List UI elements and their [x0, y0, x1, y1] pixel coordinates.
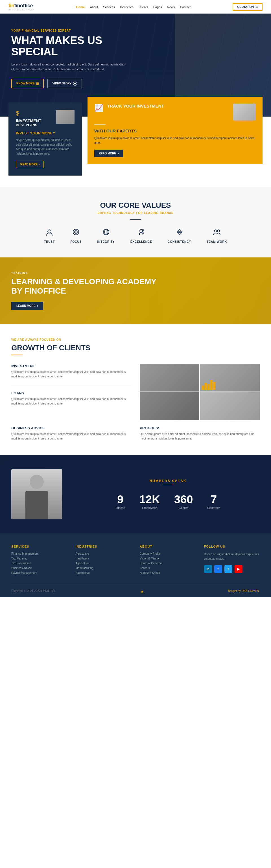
nav-links: Home About Services Industries Clients P… — [76, 4, 190, 9]
nav-services[interactable]: Services — [103, 5, 115, 9]
track-arrow-icon: › — [118, 152, 119, 155]
footer-link-healthcare[interactable]: Healthcare — [76, 557, 131, 560]
hero-desc: Lorem ipsum dolor sit amet, consectetur … — [11, 62, 130, 72]
footer-about: ABOUT Company Profile Vision & Mission B… — [140, 545, 195, 576]
investment-read-more-button[interactable]: READ MORE › — [16, 161, 44, 168]
footer-link-manufacturing[interactable]: Manufacturing — [76, 566, 131, 570]
svg-marker-10 — [177, 230, 182, 234]
footer-link-finance[interactable]: Finance Management — [11, 552, 67, 555]
svg-point-3 — [76, 231, 77, 232]
footer-brand: Bought by OBA.DRIVEN. — [228, 589, 260, 592]
excellence-label: EXCELLENCE — [130, 240, 152, 243]
excellence-icon — [137, 228, 145, 238]
growth-tag: WE ARE ALWAYS FOCUSED ON — [11, 338, 260, 341]
play-icon: ▶ — [73, 82, 77, 86]
footer-link-tax-prep[interactable]: Tax Preparation — [11, 562, 67, 565]
facebook-link[interactable]: f — [214, 565, 222, 573]
footer-industries: INDUSTRIES Aerospace Healthcare Agricult… — [76, 545, 131, 576]
footer-bottom: Copyright © 2021-2022 FINOFFICE ▲ Bought… — [11, 585, 260, 597]
stat-offices-label: Offices — [116, 506, 125, 509]
numbers-content: NUMBERS SPEAK 9 Offices 12K Employees 36… — [70, 469, 260, 519]
nav-clients[interactable]: Clients — [139, 5, 148, 9]
hero-title: WHAT MAKES US SPECIAL — [11, 35, 130, 58]
person-image — [11, 469, 62, 519]
footer-link-vision[interactable]: Vision & Mission — [140, 557, 195, 560]
value-excellence: EXCELLENCE — [130, 228, 152, 243]
training-title: LEARNING & DEVELOPING ACADEMY BY FINOFFI… — [11, 277, 158, 295]
track-card-text: Qui dolore ipsum quia dolor sit amet, co… — [94, 136, 256, 145]
hero-cards: $ INVESTMENT BEST PLANS INVEST YOUR MONE… — [0, 97, 271, 187]
track-title: TRACK YOUR INVESTMENT — [107, 103, 164, 109]
footer-link-careers[interactable]: Careers — [140, 566, 195, 570]
know-more-button[interactable]: KNOW MORE ▩ — [11, 79, 44, 88]
social-links: in f t ▶ — [204, 565, 260, 573]
nav-contact[interactable]: Contact — [180, 5, 190, 9]
trust-icon — [46, 228, 53, 238]
stat-offices-value: 9 — [116, 494, 125, 505]
investment-cta: INVEST YOUR MONEY — [16, 131, 74, 135]
arrow-right-icon: › — [39, 163, 39, 166]
core-values-sub: DRIVING TECHNOLOGY FOR LEADING BRANDS — [11, 211, 260, 215]
nav-industries[interactable]: Industries — [120, 5, 133, 9]
values-grid: TRUST FOCUS INTEGRITY EXCELLENCE — [11, 228, 260, 243]
track-read-more-button[interactable]: READ MORE › — [94, 150, 123, 157]
footer-follow-title: FOLLOW US — [204, 545, 260, 548]
focus-label: FOCUS — [70, 240, 82, 243]
footer-link-board[interactable]: Board of Directors — [140, 562, 195, 565]
training-learn-more-button[interactable]: LEARN MORE › — [11, 302, 43, 310]
growth-item-text-advice: Qui dolore ipsum quia dolor sit amet, co… — [11, 432, 131, 441]
experts-title: WITH OUR EXPERTS — [94, 128, 256, 133]
footer-link-agriculture[interactable]: Agriculture — [76, 562, 131, 565]
hero-tag: YOUR FINANCIAL SERVICES EXPERT — [11, 29, 130, 32]
investment-card-text: Neque porro quisquam est, qui dolore ips… — [16, 138, 74, 156]
footer-follow: FOLLOW US Donec ac augue dictum, dapibus… — [204, 545, 260, 576]
know-more-icon: ▩ — [36, 82, 39, 85]
footer-link-payroll[interactable]: Payroll Management — [11, 571, 67, 575]
footer-services: SERVICES Finance Management Tax Planning… — [11, 545, 67, 576]
logo: finfinoffice BY FINACE COMPANY — [8, 3, 34, 11]
quotation-button[interactable]: QUOTATION ☰ — [233, 3, 263, 11]
core-values-section: OUR CORE VALUES DRIVING TECHNOLOGY FOR L… — [0, 187, 271, 257]
footer-link-profile[interactable]: Company Profile — [140, 552, 195, 555]
nav-pages[interactable]: Pages — [153, 5, 162, 9]
linkedin-link[interactable]: in — [204, 565, 212, 573]
numbers-tag: NUMBERS SPEAK — [76, 479, 260, 483]
investment-card-subtitle: BEST PLANS — [16, 123, 41, 127]
growth-right-col — [140, 364, 260, 420]
footer-industries-title: INDUSTRIES — [76, 545, 131, 548]
footer-link-numbers[interactable]: Numbers Speak — [140, 571, 195, 575]
growth-section: WE ARE ALWAYS FOCUSED ON GROWTH OF CLIEN… — [0, 324, 271, 455]
growth-item-text-loans: Qui dolore ipsum quia dolor sit amet, co… — [11, 397, 131, 406]
value-focus: FOCUS — [70, 228, 82, 243]
growth-item-investment: INVESTMENT Qui dolore ipsum quia dolor s… — [11, 364, 131, 379]
footer-link-tax-planning[interactable]: Tax Planning — [11, 557, 67, 560]
footer-link-business-advice[interactable]: Business Advice — [11, 566, 67, 570]
numbers-section: NUMBERS SPEAK 9 Offices 12K Employees 36… — [0, 455, 271, 533]
youtube-link[interactable]: ▶ — [235, 565, 242, 573]
twitter-link[interactable]: t — [224, 565, 232, 573]
video-story-button[interactable]: VIDEO STORY ▶ — [47, 79, 82, 88]
footer-services-title: SERVICES — [11, 545, 67, 548]
growth-item-text-progress: Qui dolore ipsum quia dolor sit amet, co… — [140, 432, 260, 441]
stat-countries-value: 7 — [207, 494, 220, 505]
footer-link-automotive[interactable]: Automotive — [76, 571, 131, 575]
training-content: TRAINING LEARNING & DEVELOPING ACADEMY B… — [0, 257, 271, 324]
stat-employees: 12K Employees — [139, 494, 160, 509]
nav-about[interactable]: About — [90, 5, 98, 9]
trust-label: TRUST — [44, 240, 55, 243]
footer-services-links: Finance Management Tax Planning Tax Prep… — [11, 552, 67, 575]
hero-content: YOUR FINANCIAL SERVICES EXPERT WHAT MAKE… — [11, 29, 130, 88]
stat-countries-label: Countries — [207, 506, 220, 509]
consistency-icon — [176, 228, 183, 238]
footer-follow-text: Donec ac augue dictum, dapibus turpis qu… — [204, 552, 260, 561]
stat-clients-value: 360 — [174, 494, 193, 505]
footer-link-aerospace[interactable]: Aerospace — [76, 552, 131, 555]
growth-item-progress: PROGRESS Qui dolore ipsum quia dolor sit… — [140, 426, 260, 441]
nav-home[interactable]: Home — [76, 5, 85, 9]
footer: SERVICES Finance Management Tax Planning… — [0, 533, 271, 597]
nav-news[interactable]: News — [167, 5, 175, 9]
stat-clients-label: Clients — [174, 506, 193, 509]
growth-left-col: INVESTMENT Qui dolore ipsum quia dolor s… — [11, 364, 131, 420]
focus-icon — [72, 228, 80, 238]
growth-item-title-advice: BUSINESS ADVICE — [11, 426, 131, 430]
